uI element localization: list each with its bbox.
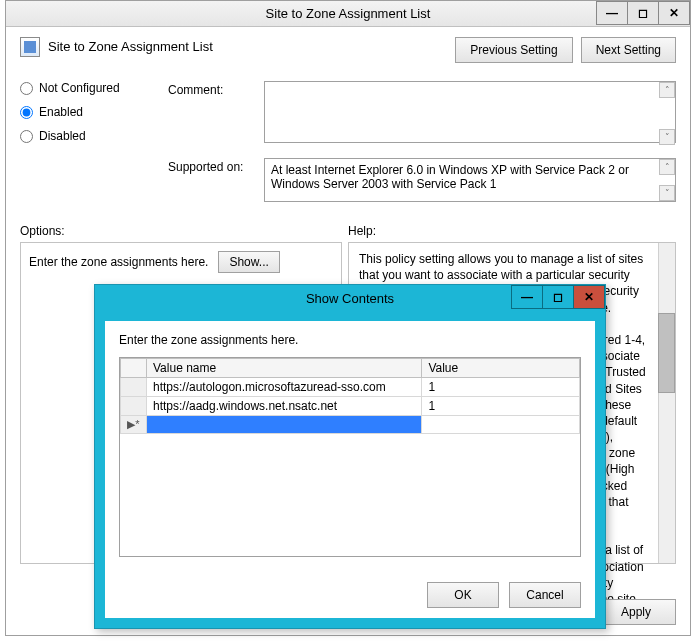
modal-window-controls: — ◻ ✕ (512, 285, 605, 311)
help-label: Help: (348, 224, 376, 238)
help-scrollbar[interactable] (658, 243, 675, 563)
cell-value-name[interactable] (147, 416, 422, 434)
radio-enabled-input[interactable] (20, 106, 33, 119)
supported-label: Supported on: (168, 158, 258, 202)
modal-footer-buttons: OK Cancel (427, 582, 581, 608)
comment-row: Comment: ˄ ˅ (168, 81, 676, 146)
grid-corner (121, 359, 147, 378)
grid-row[interactable]: https://autologon.microsoftazuread-sso.c… (121, 378, 580, 397)
radio-enabled-label: Enabled (39, 105, 83, 119)
header-row: Site to Zone Assignment List Previous Se… (20, 37, 676, 63)
show-contents-dialog: Show Contents — ◻ ✕ Enter the zone assig… (94, 284, 606, 629)
modal-border: Enter the zone assignments here. Value n… (95, 311, 605, 628)
zone-assignments-grid[interactable]: Value name Value https://autologon.micro… (119, 357, 581, 557)
comment-label: Comment: (168, 81, 258, 146)
modal-close-button[interactable]: ✕ (573, 285, 605, 309)
new-row-marker[interactable]: ▶* (121, 416, 147, 434)
col-header-value[interactable]: Value (422, 359, 580, 378)
nav-buttons: Previous Setting Next Setting (455, 37, 676, 63)
radio-not-configured[interactable]: Not Configured (20, 81, 150, 95)
col-header-name[interactable]: Value name (147, 359, 422, 378)
modal-titlebar[interactable]: Show Contents — ◻ ✕ (95, 285, 605, 311)
radio-disabled-input[interactable] (20, 130, 33, 143)
modal-cancel-button[interactable]: Cancel (509, 582, 581, 608)
modal-minimize-button[interactable]: — (511, 285, 543, 309)
comment-supported-block: Comment: ˄ ˅ Supported on: At least Inte… (168, 81, 676, 202)
policy-title: Site to Zone Assignment List (48, 37, 213, 54)
grid-header-row: Value name Value (121, 359, 580, 378)
cell-value[interactable]: 1 (422, 378, 580, 397)
window-controls: — ◻ ✕ (597, 1, 690, 26)
radio-disabled[interactable]: Disabled (20, 129, 150, 143)
supported-row: Supported on: At least Internet Explorer… (168, 158, 676, 202)
state-radios: Not Configured Enabled Disabled (20, 81, 150, 202)
minimize-button[interactable]: — (596, 1, 628, 25)
row-header[interactable] (121, 378, 147, 397)
modal-prompt: Enter the zone assignments here. (119, 333, 581, 347)
grid-new-row[interactable]: ▶* (121, 416, 580, 434)
row-header[interactable] (121, 397, 147, 416)
modal-ok-button[interactable]: OK (427, 582, 499, 608)
window-title: Site to Zone Assignment List (6, 6, 690, 21)
section-labels: Options: Help: (20, 224, 676, 238)
cell-value[interactable]: 1 (422, 397, 580, 416)
cell-value-name[interactable]: https://aadg.windows.net.nsatc.net (147, 397, 422, 416)
main-titlebar[interactable]: Site to Zone Assignment List — ◻ ✕ (6, 1, 690, 27)
apply-button[interactable]: Apply (596, 599, 676, 625)
close-button[interactable]: ✕ (658, 1, 690, 25)
modal-body: Enter the zone assignments here. Value n… (105, 321, 595, 618)
policy-icon (20, 37, 40, 57)
radio-enabled[interactable]: Enabled (20, 105, 150, 119)
options-prompt: Enter the zone assignments here. (29, 255, 208, 269)
maximize-button[interactable]: ◻ (627, 1, 659, 25)
help-scrollthumb[interactable] (658, 313, 675, 393)
modal-maximize-button[interactable]: ◻ (542, 285, 574, 309)
radio-not-configured-input[interactable] (20, 82, 33, 95)
next-setting-button[interactable]: Next Setting (581, 37, 676, 63)
radio-disabled-label: Disabled (39, 129, 86, 143)
grid-row[interactable]: https://aadg.windows.net.nsatc.net 1 (121, 397, 580, 416)
config-row: Not Configured Enabled Disabled Comment: (20, 81, 676, 202)
supported-wrap: At least Internet Explorer 6.0 in Window… (264, 158, 676, 202)
show-button[interactable]: Show... (218, 251, 279, 273)
radio-not-configured-label: Not Configured (39, 81, 120, 95)
previous-setting-button[interactable]: Previous Setting (455, 37, 572, 63)
cell-value-name[interactable]: https://autologon.microsoftazuread-sso.c… (147, 378, 422, 397)
options-label: Options: (20, 224, 348, 238)
options-row: Enter the zone assignments here. Show... (29, 251, 333, 273)
cell-value[interactable] (422, 416, 580, 434)
comment-wrap: ˄ ˅ (264, 81, 676, 146)
comment-input[interactable] (264, 81, 676, 143)
supported-text: At least Internet Explorer 6.0 in Window… (264, 158, 676, 202)
